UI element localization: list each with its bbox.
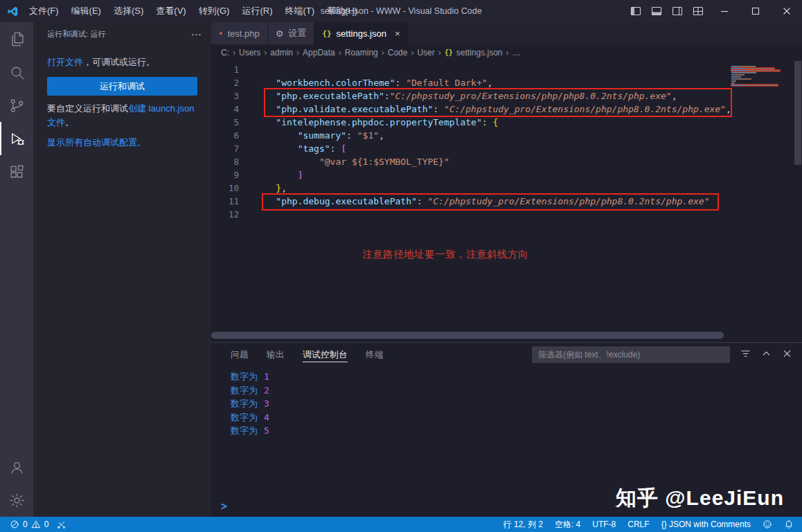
line-number: 2 <box>211 76 254 89</box>
open-file-rest: ，可调试或运行。 <box>83 57 155 67</box>
breadcrumb-item-0[interactable]: C: <box>221 48 229 57</box>
line-number: 3 <box>211 89 254 103</box>
code-line-11[interactable]: 11 "php.debug.executablePath": "C:/phpst… <box>211 195 802 208</box>
code-line-1[interactable]: 1 <box>211 63 802 76</box>
panel-header: 问题输出调试控制台终端 <box>211 343 802 366</box>
problems-status[interactable]: 0 0 <box>6 520 53 529</box>
search-icon[interactable] <box>0 55 33 89</box>
json-file-icon: {} <box>322 30 331 37</box>
breadcrumb-item-2[interactable]: admin <box>270 48 293 57</box>
menu-item-5[interactable]: 运行(R) <box>235 0 278 22</box>
menu-item-0[interactable]: 文件(F) <box>23 0 65 22</box>
run-and-debug-button[interactable]: 运行和调试 <box>47 77 197 96</box>
line-number: 4 <box>211 103 254 116</box>
status-item-2[interactable]: UTF-8 <box>592 520 616 529</box>
editor-tab-0[interactable]: ●test.php <box>211 22 268 44</box>
error-count: 0 <box>23 520 28 529</box>
status-item-4[interactable]: {} JSON with Comments <box>661 520 751 529</box>
show-auto-debug-configs-link[interactable]: 显示所有自动调试配置。 <box>47 137 146 148</box>
minimize-button[interactable] <box>709 0 740 22</box>
toggle-secondary-sidebar-icon[interactable] <box>667 0 688 22</box>
manage-gear-icon[interactable] <box>0 484 33 517</box>
titlebar-actions <box>625 0 802 22</box>
breadcrumb-item-1[interactable]: Users <box>239 48 260 57</box>
code-line-10[interactable]: 10 }, <box>211 181 802 195</box>
code-line-9[interactable]: 9 ] <box>211 168 802 181</box>
code-line-5[interactable]: 5 "intelephense.phpdoc.propertyTemplate"… <box>211 116 802 129</box>
extensions-icon[interactable] <box>0 155 33 188</box>
warning-count: 0 <box>44 520 49 529</box>
feedback-icon[interactable] <box>763 520 772 529</box>
menu-item-4[interactable]: 转到(G) <box>193 0 236 22</box>
notifications-bell-icon[interactable] <box>784 520 794 529</box>
debug-tools-icon[interactable] <box>53 520 70 529</box>
run-and-debug-icon[interactable] <box>0 122 33 155</box>
menu-item-6[interactable]: 终端(T) <box>278 0 321 22</box>
panel-tab-3[interactable]: 终端 <box>366 343 384 366</box>
code-line-7[interactable]: 7 "tags": [ <box>211 142 802 155</box>
breadcrumb-item-3[interactable]: AppData <box>303 48 335 57</box>
toggle-panel-icon[interactable] <box>646 0 667 22</box>
code-line-8[interactable]: 8 "@var ${1:$SYMBOL_TYPE}" <box>211 155 802 168</box>
close-window-button[interactable] <box>771 0 802 22</box>
panel-actions <box>740 348 792 362</box>
maximize-button[interactable] <box>740 0 771 22</box>
editor-tab-2[interactable]: {}settings.json× <box>314 22 408 44</box>
breadcrumb-item-6[interactable]: User <box>417 48 434 57</box>
line-text: "php.validate.executablePath": "C:/phpst… <box>254 103 731 116</box>
window-controls <box>709 0 802 22</box>
line-number: 6 <box>211 129 254 142</box>
status-item-1[interactable]: 空格: 4 <box>555 519 580 531</box>
status-right: 行 12, 列 2空格: 4UTF-8CRLF{} JSON with Comm… <box>504 519 796 531</box>
line-number: 10 <box>211 181 254 195</box>
minimap[interactable] <box>731 64 792 89</box>
console-output-line: 数字为3 <box>231 398 802 411</box>
run-debug-sidebar: 运行和调试: 运行 ⋯ 打开文件，可调试或运行。 运行和调试 要自定义运行和调试… <box>33 22 211 517</box>
activity-bar <box>0 22 33 517</box>
breadcrumb-separator: › <box>264 48 267 57</box>
breadcrumb-file[interactable]: settings.json <box>456 48 503 57</box>
line-number: 8 <box>211 155 254 168</box>
status-item-0[interactable]: 行 12, 列 2 <box>504 519 543 531</box>
breadcrumb-separator: › <box>233 48 235 57</box>
status-item-3[interactable]: CRLF <box>627 520 649 529</box>
menu-item-3[interactable]: 查看(V) <box>150 0 192 22</box>
code-line-6[interactable]: 6 "summary": "$1", <box>211 129 802 142</box>
source-control-icon[interactable] <box>0 89 33 122</box>
code-line-3[interactable]: 3 "php.executablePath":"C:/phpstudy_pro/… <box>211 89 802 103</box>
editor-tab-1[interactable]: ⚙设置 <box>268 22 315 44</box>
panel-tab-1[interactable]: 输出 <box>267 343 285 366</box>
breadcrumb-more[interactable]: … <box>513 48 521 57</box>
panel-tab-2[interactable]: 调试控制台 <box>303 343 348 366</box>
account-icon[interactable] <box>0 450 33 484</box>
console-output-line: 数字为1 <box>231 371 802 384</box>
more-actions-icon[interactable]: ⋯ <box>191 28 202 41</box>
line-text: "workbench.colorTheme": "Default Dark+", <box>254 76 492 89</box>
json-file-icon: {} <box>445 49 453 56</box>
code-line-2[interactable]: 2 "workbench.colorTheme": "Default Dark+… <box>211 76 802 89</box>
console-filter-input[interactable] <box>532 346 730 363</box>
maximize-panel-chevron-icon[interactable] <box>761 348 772 362</box>
breadcrumb-item-5[interactable]: Code <box>388 48 408 57</box>
line-text: "tags": [ <box>254 142 346 155</box>
code-line-4[interactable]: 4 "php.validate.executablePath": "C:/php… <box>211 103 802 116</box>
close-panel-icon[interactable] <box>782 348 792 362</box>
toggle-sidebar-icon[interactable] <box>625 0 646 22</box>
filter-icon[interactable] <box>740 348 751 362</box>
code-line-12[interactable]: 12 <box>211 208 802 221</box>
panel-tab-0[interactable]: 问题 <box>231 343 249 366</box>
horizontal-scrollbar[interactable] <box>211 332 724 339</box>
menu-item-2[interactable]: 选择(S) <box>107 0 150 22</box>
vertical-scrollbar[interactable] <box>794 61 801 165</box>
customize-layout-icon[interactable] <box>688 0 709 22</box>
editor-tab-bar: ●test.php⚙设置{}settings.json× <box>211 22 802 44</box>
open-file-link[interactable]: 打开文件 <box>47 57 83 67</box>
line-text: "summary": "$1", <box>254 129 384 142</box>
code-editor[interactable]: 12 "workbench.colorTheme": "Default Dark… <box>211 61 802 342</box>
console-prompt[interactable]: > <box>221 500 227 513</box>
customize-prefix: 要自定义运行和调试 <box>47 103 128 114</box>
close-tab-icon[interactable]: × <box>395 28 400 39</box>
breadcrumb-item-4[interactable]: Roaming <box>345 48 378 57</box>
menu-item-1[interactable]: 编辑(E) <box>65 0 107 22</box>
explorer-icon[interactable] <box>0 22 33 55</box>
